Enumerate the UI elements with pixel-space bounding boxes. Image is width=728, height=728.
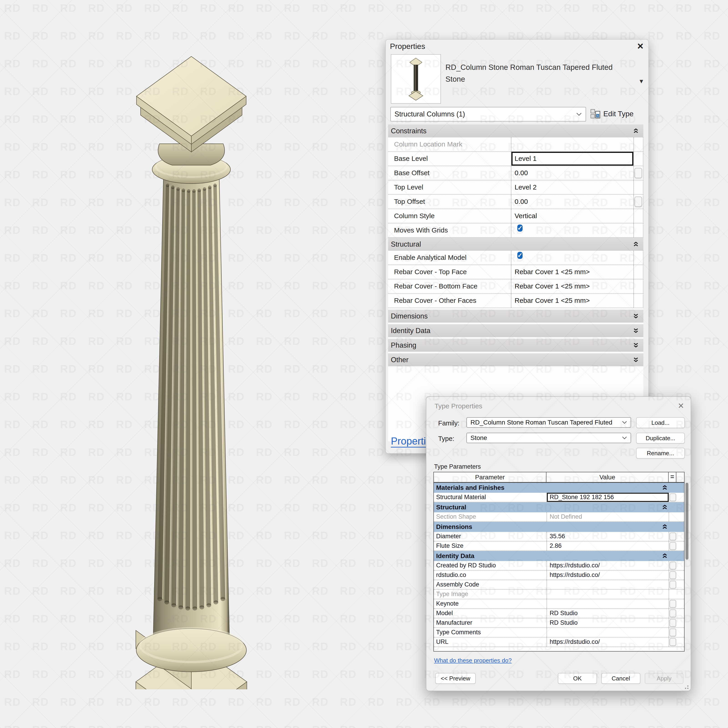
apply-button[interactable]: Apply	[645, 673, 684, 684]
family-combobox[interactable]: RD_Column Stone Roman Tuscan Tapered Flu…	[466, 417, 631, 428]
type-selector-caret-icon[interactable]: ▼	[638, 78, 644, 85]
associate-parameter-button[interactable]	[635, 168, 642, 178]
properties-help-link[interactable]: Propertie	[391, 436, 428, 448]
parameter-name: Structural Material	[434, 493, 546, 502]
expand-chevron-icon[interactable]	[632, 342, 639, 349]
expand-chevron-icon[interactable]	[632, 313, 639, 320]
edit-type-button[interactable]: Edit Type	[590, 107, 646, 121]
property-row: Column Location Mark	[388, 138, 643, 152]
properties-close-icon[interactable]: ×	[637, 40, 643, 52]
associate-parameter-button[interactable]	[670, 638, 676, 646]
resize-grip[interactable]	[682, 683, 688, 689]
watermark-text: RD	[648, 85, 664, 98]
parameter-group-identity-data[interactable]: Identity Data	[434, 551, 684, 561]
expand-chevron-icon[interactable]	[632, 356, 639, 364]
associate-parameter-cell	[633, 294, 643, 307]
section-header-other[interactable]: Other	[388, 353, 643, 366]
type-label: Type:	[438, 435, 454, 442]
property-value[interactable]: Vertical	[511, 209, 633, 223]
assoc-column-header[interactable]: =	[668, 472, 676, 482]
associate-parameter-button[interactable]	[635, 197, 642, 207]
property-value[interactable]: Rebar Cover 1 <25 mm>	[511, 294, 633, 307]
section-header-identity-data[interactable]: Identity Data	[388, 324, 643, 337]
watermark-text: RD	[60, 224, 76, 236]
associate-parameter-button[interactable]	[670, 562, 676, 569]
watermark-text: RD	[32, 85, 49, 98]
table-scrollbar-thumb[interactable]	[685, 483, 688, 560]
rename-button[interactable]: Rename...	[636, 448, 685, 459]
associate-parameter-cell	[633, 152, 643, 166]
parameter-value[interactable]	[546, 580, 668, 589]
section-header-dimensions[interactable]: Dimensions	[388, 310, 643, 323]
checkbox-checked[interactable]: ✓	[517, 225, 523, 232]
property-value[interactable]: 0.00	[511, 195, 633, 209]
associate-parameter-button[interactable]	[670, 600, 676, 608]
parameter-group-materials-and-finishes[interactable]: Materials and Finishes	[434, 483, 684, 493]
parameter-value[interactable]: https://rdstudio.co/	[546, 638, 668, 647]
section-label: Constraints	[388, 127, 427, 135]
parameter-value[interactable]	[546, 628, 668, 637]
expand-chevron-icon[interactable]	[632, 327, 639, 335]
property-value[interactable]: ✓	[511, 251, 633, 265]
watermark-text: RD	[144, 2, 161, 14]
parameter-value[interactable]: RD_Stone 192 182 156	[546, 493, 668, 502]
associate-parameter-button[interactable]	[670, 629, 676, 636]
watermark-text: RD	[32, 502, 49, 514]
cancel-button[interactable]: Cancel	[601, 673, 641, 684]
watermark-text: RD	[340, 168, 356, 181]
property-value[interactable]: Rebar Cover 1 <25 mm>	[511, 265, 633, 279]
property-value[interactable]: Rebar Cover 1 <25 mm>	[511, 279, 633, 293]
parameter-value[interactable]: 35.56	[546, 532, 668, 541]
section-header-constraints[interactable]: Constraints	[388, 124, 643, 138]
duplicate-button[interactable]: Duplicate...	[636, 433, 685, 444]
property-value[interactable]: Level 2	[511, 180, 633, 194]
selected-type-name[interactable]: RD_Column Stone Roman Tuscan Tapered Flu…	[445, 61, 632, 85]
section-label: Structural	[388, 240, 421, 248]
property-value[interactable]: ✓	[511, 223, 633, 237]
collapse-chevron-icon[interactable]	[661, 484, 668, 491]
collapse-chevron-icon[interactable]	[661, 523, 668, 531]
watermark-text: RD	[704, 585, 720, 597]
collapse-chevron-icon[interactable]	[632, 241, 639, 248]
properties-help-link[interactable]: What do these properties do?	[434, 657, 512, 664]
associate-parameter-button[interactable]	[670, 571, 676, 579]
section-header-phasing[interactable]: Phasing	[388, 339, 643, 352]
parameter-value[interactable]	[546, 599, 668, 608]
associate-parameter-button[interactable]	[670, 581, 676, 589]
associate-parameter-button[interactable]	[670, 609, 676, 617]
watermark-text: RD	[368, 307, 384, 320]
checkbox-checked[interactable]: ✓	[517, 252, 523, 259]
associate-parameter-button[interactable]	[670, 494, 676, 501]
property-value[interactable]	[511, 138, 633, 151]
preview-button[interactable]: << Preview	[435, 673, 476, 684]
watermark-text: RD	[704, 196, 720, 209]
parameter-value[interactable]: Not Defined	[546, 512, 668, 522]
parameter-value[interactable]	[546, 590, 668, 599]
load-button[interactable]: Load...	[636, 417, 685, 428]
associate-parameter-button[interactable]	[670, 619, 676, 627]
associate-parameter-button[interactable]	[670, 532, 676, 540]
collapse-chevron-icon[interactable]	[632, 127, 639, 135]
associate-parameter-button[interactable]	[670, 542, 676, 550]
parameter-value[interactable]: 2.86	[546, 541, 668, 551]
category-filter-combobox[interactable]: Structural Columns (1)	[390, 107, 586, 121]
chevron-down-icon	[622, 436, 627, 439]
parameter-value[interactable]: https://rdstudio.co/	[546, 561, 668, 570]
property-value[interactable]: 0.00	[511, 166, 633, 180]
type-combobox[interactable]: Stone	[466, 433, 631, 443]
parameter-value[interactable]: RD Studio	[546, 618, 668, 627]
ok-button[interactable]: OK	[558, 673, 597, 684]
parameter-value[interactable]: https://rdstudio.co/	[546, 570, 668, 580]
watermark-text: RD	[116, 252, 133, 264]
parameter-group-structural[interactable]: Structural	[434, 502, 684, 512]
parameter-group-dimensions[interactable]: Dimensions	[434, 522, 684, 532]
property-value[interactable]: Level 1	[511, 152, 633, 166]
watermark-text: RD	[676, 279, 692, 292]
property-label: Top Level	[388, 180, 511, 194]
watermark-text: RD	[368, 723, 384, 728]
collapse-chevron-icon[interactable]	[661, 552, 668, 560]
section-header-structural[interactable]: Structural	[388, 238, 643, 251]
dialog-close-icon[interactable]: ×	[678, 400, 684, 411]
collapse-chevron-icon[interactable]	[661, 504, 668, 511]
parameter-value[interactable]: RD Studio	[546, 609, 668, 618]
